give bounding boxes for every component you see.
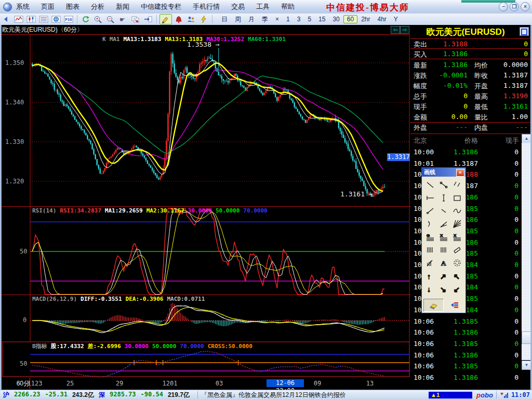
tool-fibonacci-lines[interactable]: X xyxy=(450,230,464,243)
tool-segment[interactable] xyxy=(437,178,450,191)
tool-arc[interactable] xyxy=(423,217,437,230)
close-button[interactable]: × xyxy=(521,2,530,11)
period-Y[interactable]: Y xyxy=(390,15,402,23)
tool-horizontal-line[interactable] xyxy=(423,191,437,204)
tool-time-grid[interactable] xyxy=(437,243,450,256)
menu-item[interactable]: 帮助 xyxy=(281,2,295,11)
readout-token: MA13:1.3183 xyxy=(124,36,162,43)
tool-cycle-circle[interactable] xyxy=(450,256,464,269)
alarm-icon[interactable] xyxy=(173,15,184,24)
scrollbar-track[interactable] xyxy=(522,143,530,360)
hand-icon[interactable]: ☛ xyxy=(117,15,129,24)
tape-time: 10:06 xyxy=(414,317,434,325)
page-switch-icon[interactable] xyxy=(130,15,141,24)
draw-line-icon[interactable] xyxy=(159,14,172,24)
period-60[interactable]: 60 xyxy=(343,15,357,23)
period-×[interactable]: × xyxy=(272,15,283,23)
market-token: 深 xyxy=(99,391,105,399)
nav-right-icon[interactable]: ⇨ xyxy=(400,26,409,34)
window-controls: –❐× xyxy=(499,2,530,11)
period-5[interactable]: 5 xyxy=(304,15,315,23)
tool-short-line[interactable] xyxy=(437,204,450,217)
tool-delete-lines[interactable] xyxy=(445,299,464,311)
bolt-icon[interactable] xyxy=(198,15,209,24)
menu-item[interactable]: 中信建投专栏 xyxy=(141,2,181,11)
zoom-out-icon[interactable] xyxy=(105,15,116,24)
divider xyxy=(410,59,531,59)
goto-icon[interactable] xyxy=(142,15,154,24)
tool-eraser[interactable] xyxy=(423,299,444,312)
refresh-icon[interactable] xyxy=(80,15,91,24)
back-icon[interactable] xyxy=(1,15,12,24)
tool-golden-section[interactable]: G xyxy=(423,230,437,243)
quote-list-icon[interactable] xyxy=(38,15,49,24)
market-token: -25.31 xyxy=(45,391,68,399)
tape-time: 10:06 xyxy=(414,351,434,359)
news-ticker[interactable]: 『黑色金属』伦敦金属交易所12月12日钢铁合约报价 xyxy=(201,391,346,399)
period-3[interactable]: 3 xyxy=(294,15,304,23)
period-2hr[interactable]: 2hr xyxy=(357,15,374,23)
tool-vertical-grid[interactable] xyxy=(423,243,437,256)
period-月[interactable]: 月 xyxy=(245,15,258,24)
period-1[interactable]: 1 xyxy=(283,15,294,23)
period-4hr[interactable]: 4hr xyxy=(374,15,390,23)
tool-percent-lines[interactable]: X xyxy=(437,230,450,243)
menu-item[interactable]: 分析 xyxy=(91,2,104,11)
zoom-in-icon[interactable] xyxy=(92,15,104,24)
period-季[interactable]: 季 xyxy=(258,15,272,24)
tool-trend-line[interactable] xyxy=(423,178,437,191)
menu-item[interactable]: 新闻 xyxy=(116,2,129,11)
quote-maximize-button[interactable] xyxy=(520,27,529,36)
chart-title-tab[interactable]: 欧元美元(EURUSD)〈60分〉 ⇦ ⇨ xyxy=(0,25,413,34)
tool-text-tool[interactable]: A xyxy=(437,256,450,269)
readout-token: DIFF:-0.3551 xyxy=(81,296,122,302)
nav-left-icon[interactable]: ⇦ xyxy=(391,26,400,34)
tool-arrow-se-green[interactable]: ↘ xyxy=(437,282,450,295)
palette-close-icon[interactable]: × xyxy=(456,169,464,177)
tool-arrow-down-green[interactable]: ↓ xyxy=(423,282,437,295)
menu-item[interactable]: 交易 xyxy=(231,2,245,11)
period-30[interactable]: 30 xyxy=(329,15,343,23)
divider xyxy=(410,134,531,134)
users-icon[interactable] xyxy=(185,15,197,24)
time-tick-label: 13 xyxy=(366,380,374,387)
tool-wave[interactable] xyxy=(450,204,464,217)
line-chart-icon[interactable] xyxy=(13,15,24,24)
palette-titlebar[interactable]: 画线 × xyxy=(422,168,466,177)
tool-ray[interactable] xyxy=(423,204,437,217)
period-周[interactable]: 周 xyxy=(231,15,245,24)
tool-parallel-lines[interactable] xyxy=(450,178,464,191)
f10-icon[interactable]: F10 xyxy=(63,15,74,24)
tool-gann-fan[interactable] xyxy=(450,217,464,230)
quote-value: -0.01% xyxy=(431,82,468,89)
quote-value: 1.00 xyxy=(491,113,528,121)
tool-arrow-nw-red[interactable]: ↖ xyxy=(450,269,464,282)
tape-volume: 0 xyxy=(494,148,518,156)
tool-rectangle[interactable] xyxy=(450,191,464,204)
menu-item[interactable]: 页面 xyxy=(41,2,55,11)
kline-icon[interactable] xyxy=(25,15,37,24)
tool-vertical-line[interactable] xyxy=(437,191,450,204)
tool-arrow-up-red[interactable]: ↑ xyxy=(423,269,437,282)
tape-volume: 0 xyxy=(494,193,518,201)
svg-text:G: G xyxy=(427,233,430,238)
market-token: 243.2亿 xyxy=(72,391,94,399)
maximize-button[interactable]: ❐ xyxy=(510,2,519,11)
menu-item[interactable]: 系统 xyxy=(16,2,30,11)
tool-arrow-ne-red[interactable]: ↗ xyxy=(437,269,450,282)
period-日[interactable]: 日 xyxy=(218,15,231,24)
globe-info-icon[interactable] xyxy=(50,15,62,24)
tool-ratio-lines[interactable] xyxy=(423,256,437,269)
tool-channel[interactable] xyxy=(450,243,464,256)
minimize-button[interactable]: – xyxy=(499,2,508,11)
tape-volume: 0 xyxy=(494,283,518,291)
tool-angle-fan[interactable] xyxy=(437,217,450,230)
menu-item[interactable]: 工具 xyxy=(256,2,270,11)
svg-text:↖: ↖ xyxy=(454,272,460,281)
tool-arrow-sw-green[interactable]: ↙ xyxy=(450,282,464,295)
quote-label: 涨跌 xyxy=(414,71,427,81)
menu-item[interactable]: 图表 xyxy=(66,2,79,11)
period-15[interactable]: 15 xyxy=(315,15,329,23)
menu-item[interactable]: 手机行情 xyxy=(193,2,220,11)
readout-token: MA1:29.2659 xyxy=(105,207,143,214)
